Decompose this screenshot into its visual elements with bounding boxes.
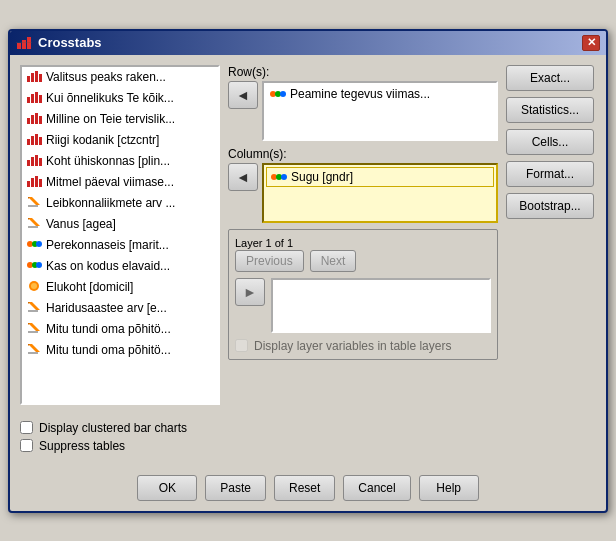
- exact-button[interactable]: Exact...: [506, 65, 594, 91]
- dialog-footer: OK Paste Reset Cancel Help: [10, 469, 606, 511]
- svg-rect-27: [39, 179, 42, 187]
- statistics-button[interactable]: Statistics...: [506, 97, 594, 123]
- ok-button[interactable]: OK: [137, 475, 197, 501]
- columns-item-icon: [271, 170, 287, 184]
- layer-arrow-button[interactable]: ►: [235, 278, 265, 306]
- variable-list-panel: Valitsus peaks raken...Kui õnnelikuks Te…: [20, 65, 220, 405]
- svg-rect-16: [27, 139, 30, 145]
- svg-rect-28: [28, 205, 38, 207]
- svg-rect-42: [28, 310, 38, 312]
- list-item[interactable]: Riigi kodanik [ctzcntr]: [22, 130, 218, 151]
- columns-field-box[interactable]: Sugu [gndr]: [262, 163, 498, 223]
- svg-marker-32: [28, 218, 40, 226]
- bootstrap-button[interactable]: Bootstrap...: [506, 193, 594, 219]
- close-button[interactable]: ✕: [582, 35, 600, 51]
- columns-section: Column(s): ◄ Sugu [gndr]: [228, 147, 498, 223]
- svg-marker-29: [28, 197, 40, 205]
- list-item[interactable]: Vanus [agea]: [22, 214, 218, 235]
- bottom-panel: Display clustered bar charts Suppress ta…: [10, 415, 606, 469]
- svg-rect-10: [35, 92, 38, 103]
- suppress-tables-row: Suppress tables: [20, 439, 596, 453]
- list-item[interactable]: Koht ühiskonnas [plin...: [22, 151, 218, 172]
- svg-rect-15: [39, 116, 42, 124]
- svg-rect-26: [35, 176, 38, 187]
- var-label: Koht ühiskonnas [plin...: [46, 154, 170, 168]
- display-bar-charts-checkbox[interactable]: [20, 421, 33, 434]
- var-icon: [26, 321, 42, 338]
- svg-rect-9: [31, 94, 34, 103]
- variable-list[interactable]: Valitsus peaks raken...Kui õnnelikuks Te…: [20, 65, 220, 405]
- columns-arrow-button[interactable]: ◄: [228, 163, 258, 191]
- dialog-title: Crosstabs: [38, 35, 102, 50]
- list-item[interactable]: Milline on Teie tervislik...: [22, 109, 218, 130]
- list-item[interactable]: Kui õnnelikuks Te kõik...: [22, 88, 218, 109]
- rows-item-icon: [270, 87, 286, 101]
- var-icon: [26, 195, 42, 212]
- center-panel: Row(s): ◄ Peamine tegevus viimas...: [228, 65, 498, 405]
- var-icon: [26, 174, 42, 191]
- svg-rect-1: [22, 40, 26, 49]
- previous-button[interactable]: Previous: [235, 250, 304, 272]
- display-layer-label: Display layer variables in table layers: [254, 339, 451, 353]
- svg-rect-31: [28, 226, 38, 228]
- layer-field-box[interactable]: [271, 278, 491, 333]
- list-item[interactable]: Kas on kodus elavaid...: [22, 256, 218, 277]
- cells-button[interactable]: Cells...: [506, 129, 594, 155]
- var-label: Haridusaastee arv [e...: [46, 301, 167, 315]
- list-item[interactable]: Elukoht [domicil]: [22, 277, 218, 298]
- var-label: Vanus [agea]: [46, 217, 116, 231]
- svg-rect-0: [17, 43, 21, 49]
- svg-rect-11: [39, 95, 42, 103]
- svg-rect-25: [31, 178, 34, 187]
- list-item[interactable]: Mitu tundi oma põhitö...: [22, 340, 218, 361]
- title-bar: Crosstabs ✕: [10, 31, 606, 55]
- svg-rect-23: [39, 158, 42, 166]
- layer-section: Layer 1 of 1 Previous Next ► Display lay…: [228, 229, 498, 360]
- svg-point-53: [280, 91, 286, 97]
- list-item[interactable]: Valitsus peaks raken...: [22, 67, 218, 88]
- rows-item: Peamine tegevus viimas...: [266, 85, 494, 103]
- var-label: Perekonnaseis [marit...: [46, 238, 169, 252]
- var-label: Mitu tundi oma põhitö...: [46, 343, 171, 357]
- help-button[interactable]: Help: [419, 475, 479, 501]
- var-label: Riigi kodanik [ctzcntr]: [46, 133, 159, 147]
- reset-button[interactable]: Reset: [274, 475, 335, 501]
- svg-rect-48: [28, 352, 38, 354]
- list-item[interactable]: Haridusaastee arv [e...: [22, 298, 218, 319]
- rows-field-box[interactable]: Peamine tegevus viimas...: [262, 81, 498, 141]
- list-item[interactable]: Mitu tundi oma põhitö...: [22, 319, 218, 340]
- var-icon: [26, 90, 42, 107]
- var-icon: [26, 300, 42, 317]
- right-panel: Exact... Statistics... Cells... Format..…: [506, 65, 596, 405]
- display-layer-checkbox[interactable]: [235, 339, 248, 352]
- svg-rect-45: [28, 331, 38, 333]
- svg-rect-20: [27, 160, 30, 166]
- var-label: Elukoht [domicil]: [46, 280, 133, 294]
- var-icon: [26, 237, 42, 254]
- var-icon: [26, 132, 42, 149]
- paste-button[interactable]: Paste: [205, 475, 266, 501]
- svg-rect-14: [35, 113, 38, 124]
- format-button[interactable]: Format...: [506, 161, 594, 187]
- svg-rect-24: [27, 181, 30, 187]
- svg-marker-46: [28, 323, 40, 331]
- svg-rect-3: [16, 42, 32, 43]
- svg-rect-13: [31, 115, 34, 124]
- svg-rect-19: [39, 137, 42, 145]
- var-label: Mitu tundi oma põhitö...: [46, 322, 171, 336]
- svg-rect-6: [35, 71, 38, 82]
- cancel-button[interactable]: Cancel: [343, 475, 410, 501]
- list-item[interactable]: Perekonnaseis [marit...: [22, 235, 218, 256]
- svg-rect-12: [27, 118, 30, 124]
- var-icon: [26, 342, 42, 359]
- svg-rect-22: [35, 155, 38, 166]
- list-item[interactable]: Mitmel päeval viimase...: [22, 172, 218, 193]
- layer-title: Layer 1 of 1: [235, 237, 293, 249]
- svg-marker-43: [28, 302, 40, 310]
- list-item[interactable]: Leibkonnaliikmete arv ...: [22, 193, 218, 214]
- var-icon: [26, 258, 42, 275]
- suppress-tables-checkbox[interactable]: [20, 439, 33, 452]
- svg-rect-21: [31, 157, 34, 166]
- rows-arrow-button[interactable]: ◄: [228, 81, 258, 109]
- next-button[interactable]: Next: [310, 250, 357, 272]
